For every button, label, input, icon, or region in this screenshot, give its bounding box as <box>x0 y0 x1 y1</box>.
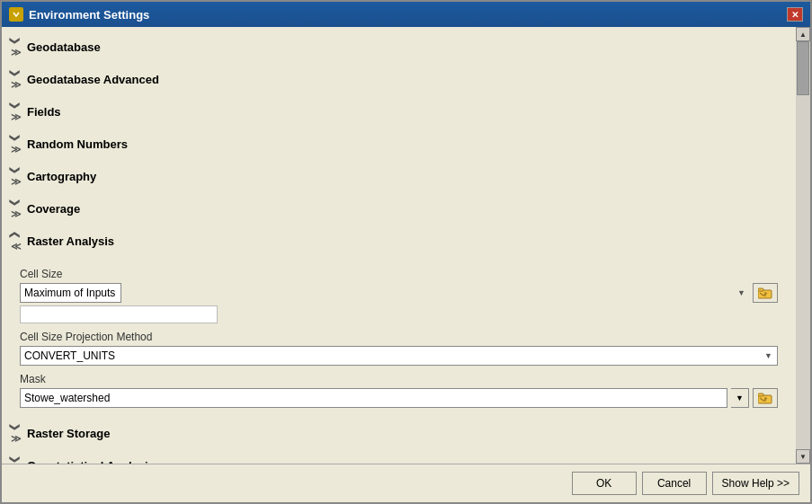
title-bar: Environment Settings ✕ <box>2 2 810 27</box>
section-coverage-label: Coverage <box>27 202 80 216</box>
scrollbar[interactable]: ▲ ▼ <box>796 27 810 464</box>
cell-size-row: Maximum of Inputs Minimum of Inputs As S… <box>20 283 778 303</box>
chevron-geodatabase-advanced: ≫ <box>11 67 22 91</box>
mask-label: Mask <box>20 373 778 385</box>
mask-row: Stowe_watershed None ▼ <box>20 388 778 408</box>
section-raster-storage[interactable]: ≫ Raster Storage <box>2 417 796 449</box>
cell-size-label: Cell Size <box>20 268 778 280</box>
cell-size-projection-wrapper: CONVERT_UNITS PRESERVE_RESOLUTION ▼ <box>20 346 778 366</box>
mask-select[interactable]: Stowe_watershed None <box>20 388 727 408</box>
folder-icon <box>758 287 772 299</box>
section-fields-label: Fields <box>27 105 61 119</box>
chevron-raster-storage: ≫ <box>11 421 22 445</box>
main-scroll-area[interactable]: ≫ Geodatabase ≫ Geodatabase Advanced ≫ F… <box>2 27 796 464</box>
scroll-up-arrow[interactable]: ▲ <box>796 27 810 41</box>
section-geostatistical-analysis[interactable]: ≫ Geostatistical Analysis <box>2 449 796 464</box>
section-list: ≫ Geodatabase ≫ Geodatabase Advanced ≫ F… <box>2 27 796 464</box>
svg-rect-5 <box>758 393 763 396</box>
chevron-coverage: ≫ <box>11 197 22 220</box>
mask-dropdown-wrapper: Stowe_watershed None <box>20 388 727 408</box>
section-geodatabase-advanced[interactable]: ≫ Geodatabase Advanced <box>2 63 796 95</box>
section-coverage[interactable]: ≫ Coverage <box>2 192 796 225</box>
section-raster-storage-label: Raster Storage <box>27 427 110 440</box>
section-random-numbers[interactable]: ≫ Random Numbers <box>2 128 796 160</box>
section-geodatabase-advanced-label: Geodatabase Advanced <box>27 73 159 86</box>
cell-size-text-input[interactable] <box>20 305 218 323</box>
chevron-random-numbers: ≫ <box>11 132 22 155</box>
scroll-thumb[interactable] <box>797 41 809 95</box>
section-geodatabase[interactable]: ≫ Geodatabase <box>2 31 796 63</box>
cell-size-projection-label: Cell Size Projection Method <box>20 331 778 343</box>
content-area: ≫ Geodatabase ≫ Geodatabase Advanced ≫ F… <box>2 27 810 464</box>
window-title: Environment Settings <box>29 8 149 22</box>
mask-folder-button[interactable] <box>753 388 778 408</box>
chevron-cartography: ≫ <box>11 164 22 188</box>
chevron-raster-analysis: ≪ <box>11 229 22 252</box>
cell-size-select[interactable]: Maximum of Inputs Minimum of Inputs As S… <box>20 283 121 303</box>
chevron-fields: ≫ <box>11 100 22 123</box>
section-cartography[interactable]: ≫ Cartography <box>2 160 796 192</box>
title-bar-left: Environment Settings <box>9 7 149 22</box>
section-cartography-label: Cartography <box>27 170 96 183</box>
cell-size-dropdown-arrow: ▼ <box>737 288 745 297</box>
cell-size-projection-select[interactable]: CONVERT_UNITS PRESERVE_RESOLUTION <box>20 346 778 366</box>
window-icon <box>9 7 23 22</box>
svg-rect-2 <box>758 288 763 291</box>
chevron-geostatistical-analysis: ≫ <box>11 454 22 464</box>
section-geodatabase-label: Geodatabase <box>27 40 101 54</box>
section-raster-analysis[interactable]: ≪ Raster Analysis <box>2 225 796 257</box>
show-help-button[interactable]: Show Help >> <box>712 472 799 495</box>
svg-rect-0 <box>12 10 21 19</box>
cancel-button[interactable]: Cancel <box>642 472 707 495</box>
cell-size-dropdown-wrapper: Maximum of Inputs Minimum of Inputs As S… <box>20 283 749 303</box>
section-fields[interactable]: ≫ Fields <box>2 95 796 128</box>
mask-dropdown-arrow-btn[interactable]: ▼ <box>731 388 749 408</box>
raster-analysis-content: Cell Size Maximum of Inputs Minimum of I… <box>2 257 796 417</box>
close-button[interactable]: ✕ <box>787 7 803 22</box>
environment-settings-window: Environment Settings ✕ ≫ Geodatabase ≫ G… <box>0 0 812 504</box>
ok-button[interactable]: OK <box>572 472 637 495</box>
section-random-numbers-label: Random Numbers <box>27 137 128 151</box>
chevron-geodatabase: ≫ <box>11 35 22 58</box>
cell-size-folder-button[interactable] <box>753 283 778 303</box>
mask-folder-icon <box>758 392 772 404</box>
footer: OK Cancel Show Help >> <box>2 464 810 502</box>
section-raster-analysis-label: Raster Analysis <box>27 234 114 248</box>
scroll-track[interactable] <box>796 41 810 449</box>
scroll-down-arrow[interactable]: ▼ <box>796 449 810 464</box>
